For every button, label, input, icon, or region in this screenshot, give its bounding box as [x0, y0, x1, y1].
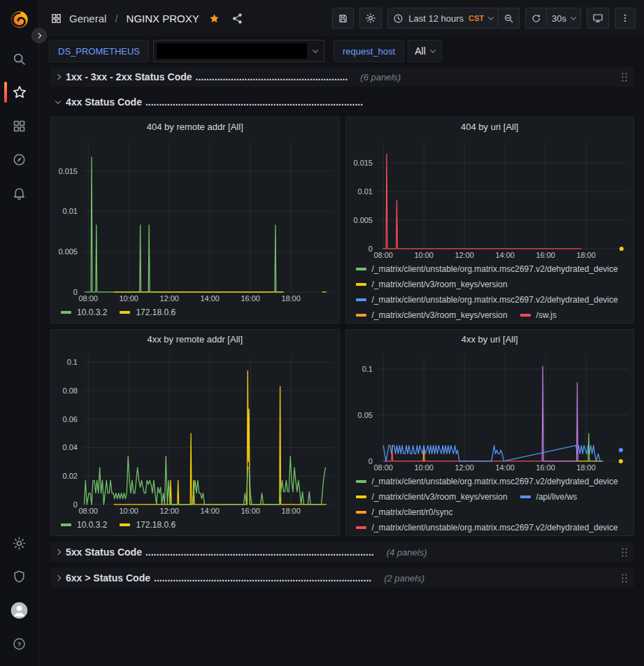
dashboard-grid-icon — [50, 13, 62, 24]
sidebar-item-configuration[interactable] — [0, 526, 39, 560]
timeseries-chart[interactable]: 08:0010:0012:0014:0016:0018:0000.0050.01… — [51, 136, 339, 305]
row-6xx[interactable]: 6xx > Status Code.......................… — [50, 568, 634, 588]
legend-swatch — [356, 283, 366, 286]
legend-label: /_matrix/client/v3/room_keys/version — [372, 280, 508, 289]
navbar-actions: Last 12 hours CST 30s — [332, 8, 636, 29]
breadcrumb-section[interactable]: General — [69, 13, 106, 24]
grafana-logo-icon — [9, 9, 30, 30]
svg-text:12:00: 12:00 — [159, 294, 178, 303]
zoom-out-time-button[interactable] — [499, 8, 520, 29]
sidebar-item-explore[interactable] — [0, 143, 39, 176]
panel-grid: 404 by remote addr [All] 08:0010:0012:00… — [50, 117, 634, 536]
dashboard-settings-button[interactable] — [359, 8, 382, 29]
svg-text:18:00: 18:00 — [281, 294, 300, 303]
breadcrumb-dashboard-title[interactable]: NGINX PROXY — [127, 13, 199, 24]
svg-text:0.01: 0.01 — [357, 187, 372, 196]
legend-item[interactable]: 10.0.3.2 — [61, 307, 107, 317]
legend-item[interactable]: /_matrix/client/r0/sync — [356, 507, 453, 517]
legend-item[interactable]: /_matrix/client/unstable/org.matrix.msc2… — [356, 523, 618, 533]
svg-text:10:00: 10:00 — [119, 294, 138, 303]
variable-request-host-value-dropdown[interactable]: All — [408, 40, 442, 62]
monitor-icon — [592, 13, 603, 24]
sidebar-item-help[interactable]: ? — [0, 627, 39, 660]
svg-text:16:00: 16:00 — [241, 294, 259, 303]
sidebar-item-profile[interactable] — [0, 593, 39, 627]
refresh-interval-picker[interactable]: 30s — [547, 8, 581, 29]
panel-title[interactable]: 4xx by uri [All] — [346, 330, 634, 348]
legend-row: /_matrix/client/unstable/org.matrix.msc2… — [356, 261, 627, 277]
legend-item[interactable]: /_matrix/client/unstable/org.matrix.msc2… — [356, 477, 618, 486]
legend-item[interactable]: /_matrix/client/v3/room_keys/version — [356, 310, 508, 320]
sidebar-item-server-admin[interactable] — [0, 560, 39, 593]
svg-text:0: 0 — [73, 288, 78, 296]
chart-svg: 08:0010:0012:0014:0016:0018:0000.0050.01… — [346, 136, 634, 261]
panel-title[interactable]: 404 by remote addr [All] — [51, 117, 339, 136]
svg-text:08:00: 08:00 — [373, 463, 392, 472]
timeseries-chart[interactable]: 08:0010:0012:0014:0016:0018:0000.0050.01… — [346, 136, 634, 261]
share-button[interactable] — [229, 13, 245, 24]
legend-item[interactable]: /_matrix/client/v3/room_keys/version — [356, 280, 508, 289]
svg-text:10:00: 10:00 — [414, 251, 433, 259]
svg-text:16:00: 16:00 — [241, 507, 259, 515]
sidebar-item-search[interactable] — [0, 42, 39, 75]
legend-item[interactable]: /api/live/ws — [520, 492, 578, 502]
variable-ds-prometheus-value-dropdown[interactable] — [153, 40, 324, 62]
row-drag-handle[interactable] — [621, 72, 627, 82]
svg-text:08:00: 08:00 — [78, 507, 97, 515]
tv-mode-button[interactable] — [587, 8, 609, 29]
row-4xx[interactable]: 4xx Status Code.........................… — [50, 93, 634, 111]
svg-text:18:00: 18:00 — [576, 251, 595, 259]
dashboard-canvas: 1xx - 3xx - 2xx Status Code.............… — [39, 66, 644, 666]
legend-item[interactable]: 172.18.0.6 — [120, 520, 176, 530]
row-panel-count: (6 panels) — [360, 72, 401, 82]
legend-label: /_matrix/client/v3/room_keys/version — [372, 310, 508, 320]
legend-item[interactable]: 172.18.0.6 — [120, 307, 176, 317]
svg-text:0.015: 0.015 — [353, 159, 372, 167]
variable-ds-prometheus-label[interactable]: DS_PROMETHEUS — [49, 40, 149, 62]
legend-item[interactable]: /sw.js — [520, 310, 557, 320]
legend-swatch — [120, 523, 130, 526]
share-icon — [231, 13, 243, 24]
row-5xx[interactable]: 5xx Status Code.........................… — [50, 542, 634, 562]
legend-item[interactable]: /_matrix/client/v3/room_keys/version — [356, 492, 508, 502]
chevron-right-icon — [36, 33, 41, 38]
legend-label: 172.18.0.6 — [136, 520, 176, 530]
chart-svg: 08:0010:0012:0014:0016:0018:0000.0050.01… — [51, 136, 339, 305]
legend-label: /_matrix/client/v3/room_keys/version — [372, 492, 508, 502]
legend-item[interactable]: /_matrix/client/unstable/org.matrix.msc2… — [356, 264, 618, 274]
row-drag-handle[interactable] — [621, 573, 627, 583]
time-range-picker[interactable]: Last 12 hours CST — [387, 8, 499, 29]
legend-label: /_matrix/client/r0/sync — [372, 507, 453, 517]
sidebar-item-starred[interactable] — [0, 75, 39, 109]
refresh-button[interactable] — [525, 8, 547, 29]
panel-title[interactable]: 4xx by remote addr [All] — [51, 330, 339, 348]
svg-text:?: ? — [17, 640, 22, 648]
redacted-value — [157, 43, 307, 59]
expand-pane-button[interactable] — [31, 28, 47, 43]
timeseries-chart[interactable]: 08:0010:0012:0014:0016:0018:0000.050.1 — [346, 348, 634, 474]
svg-text:18:00: 18:00 — [281, 507, 300, 515]
svg-text:14:00: 14:00 — [200, 294, 219, 303]
request-host-value: All — [415, 45, 426, 57]
sidebar-item-alerting[interactable] — [0, 176, 39, 210]
chevron-down-icon — [430, 47, 436, 52]
legend-swatch — [356, 526, 366, 529]
save-dashboard-button[interactable] — [332, 8, 354, 29]
panel-title[interactable]: 404 by uri [All] — [346, 117, 634, 136]
row-1xx-3xx-2xx[interactable]: 1xx - 3xx - 2xx Status Code.............… — [50, 67, 634, 87]
legend-item[interactable]: /_matrix/client/unstable/org.matrix.msc2… — [356, 295, 618, 305]
legend-swatch — [120, 311, 130, 314]
row-drag-handle[interactable] — [621, 547, 627, 557]
favorite-star-button[interactable] — [206, 13, 222, 24]
sidebar-item-dashboards[interactable] — [0, 109, 39, 143]
legend-row: /_matrix/client/v3/room_keys/version — [356, 277, 627, 292]
legend-label: /_matrix/client/unstable/org.matrix.msc2… — [372, 523, 618, 533]
refresh-interval-label: 30s — [552, 13, 566, 24]
panel-404-by-uri: 404 by uri [All] 08:0010:0012:0014:0016:… — [345, 117, 635, 324]
timezone-label: CST — [468, 14, 484, 22]
variable-request-host-label[interactable]: request_host — [334, 40, 404, 62]
timeseries-chart[interactable]: 08:0010:0012:0014:0016:0018:0000.020.040… — [51, 348, 339, 517]
legend-item[interactable]: 10.0.3.2 — [61, 520, 107, 530]
more-options-button[interactable] — [615, 8, 636, 29]
svg-text:0.04: 0.04 — [63, 443, 78, 451]
